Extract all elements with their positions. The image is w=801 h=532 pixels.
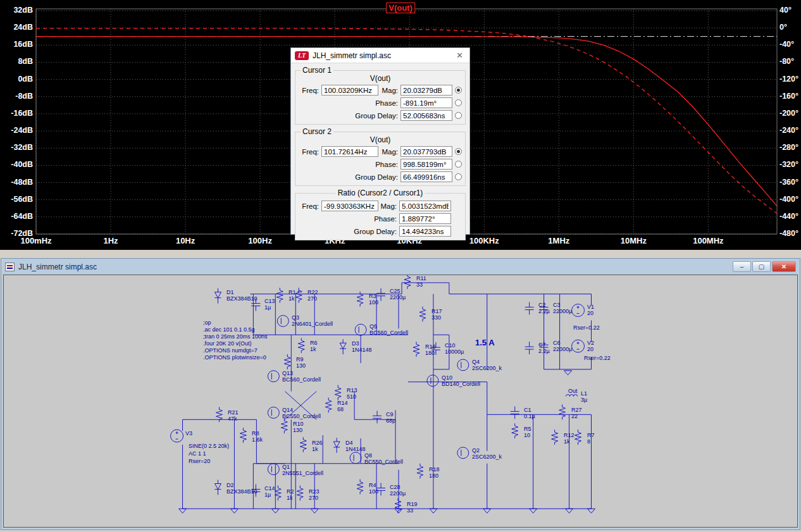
component-label[interactable]: R3 100: [369, 293, 378, 306]
schematic-annotation[interactable]: Rser=0.22: [573, 325, 600, 331]
component-label[interactable]: D1 BZX384B10: [227, 289, 258, 302]
maximize-button[interactable]: ▢: [752, 261, 771, 272]
component-label[interactable]: D2 BZX384B10: [227, 482, 258, 495]
component-label[interactable]: Q14 BC550_Cordell: [282, 407, 321, 419]
axis-tick-label: -16dB: [0, 109, 33, 118]
component-label[interactable]: R22 270: [307, 289, 318, 302]
component-label[interactable]: Q2 2SC6200_k: [472, 447, 502, 460]
schematic-annotation[interactable]: SINE(0 2.5 20k): [189, 443, 229, 449]
component-label[interactable]: R1 * 1k: [289, 289, 300, 302]
cursor2-group: Cursor 2 V(out) Freq: Mag: Phase:: [295, 132, 466, 186]
component-label[interactable]: L1 3µ: [581, 390, 587, 403]
cursor1-group_delay-radio[interactable]: [455, 112, 462, 119]
cursor2-mag-radio[interactable]: [455, 148, 462, 155]
spice-directives[interactable]: ;op.ac dec 101 0.1 0.5g;tran 0 25ms 20ms…: [203, 319, 268, 361]
component-label[interactable]: R26 1k: [312, 440, 323, 452]
component-label[interactable]: C6 22000µ: [553, 340, 572, 352]
cursor1-trace: V(out): [297, 74, 463, 83]
trace-label[interactable]: V(out): [386, 3, 415, 13]
component-label[interactable]: C13 1µ: [264, 298, 275, 311]
component-label[interactable]: R16 180: [425, 343, 436, 356]
ratio-freq-input[interactable]: [321, 201, 378, 211]
ratio-mag-input[interactable]: [399, 201, 451, 211]
schematic-annotation[interactable]: Out: [568, 388, 578, 394]
component-label[interactable]: D4 1N4148: [345, 440, 366, 452]
component-label[interactable]: R18 180: [429, 466, 440, 479]
axis-tick-label: -48dB: [0, 178, 33, 187]
spice-directive-line[interactable]: .OPTIONS plotwinsize=0: [203, 354, 268, 361]
component-label[interactable]: V1 20: [587, 304, 594, 316]
schematic-window-titlebar[interactable]: JLH_simmetr simpl.asc – ▢ ✕: [1, 259, 800, 275]
spice-directive-line[interactable]: .four 20K 20 v(Out): [203, 340, 268, 347]
schematic-annotation[interactable]: Rser=20: [189, 458, 210, 464]
component-label[interactable]: R13 510: [347, 387, 357, 400]
cursor2-phase-radio[interactable]: [455, 161, 462, 168]
component-label[interactable]: R21 47k: [228, 409, 239, 422]
component-label[interactable]: R17 330: [432, 308, 442, 321]
component-label[interactable]: R27 22: [571, 407, 582, 419]
component-label[interactable]: Q1 2N5551_Cordell: [282, 464, 323, 476]
axis-tick-label: -480°: [779, 229, 798, 238]
axis-tick-label: -32dB: [0, 143, 33, 152]
component-label[interactable]: Q13 BC560_Cordell: [282, 370, 321, 383]
component-label[interactable]: R2 1k: [287, 488, 294, 501]
component-label[interactable]: V2 20: [587, 340, 594, 352]
component-label[interactable]: Q4 2SC6200_k: [472, 359, 502, 371]
component-label[interactable]: R23 270: [309, 488, 320, 501]
component-label[interactable]: Q3 2N6401_Cordell: [292, 314, 333, 327]
cursor2-groupdelay-input[interactable]: [400, 171, 452, 182]
schematic-annotation[interactable]: 1.5 A: [475, 338, 495, 347]
waveform-pane[interactable]: 32dB24dB16dB8dB0dB-8dB-16dB-24dB-32dB-40…: [0, 0, 801, 250]
component-label[interactable]: V3: [185, 430, 192, 436]
component-label[interactable]: C7 2.2µ: [538, 342, 550, 354]
component-label[interactable]: D3 1N4148: [352, 340, 372, 353]
component-label[interactable]: R7 8: [587, 432, 595, 445]
component-label[interactable]: R19 33: [407, 501, 418, 514]
close-button[interactable]: ✕: [772, 261, 796, 272]
ratio-phase-input[interactable]: [399, 213, 451, 224]
spice-directive-line[interactable]: ;op: [203, 319, 268, 326]
cursor1-mag-input[interactable]: [400, 85, 452, 96]
ratio-groupdelay-input[interactable]: [399, 226, 451, 237]
cursor2-group_delay-radio[interactable]: [455, 173, 462, 180]
component-label[interactable]: C14 1µ: [264, 485, 275, 498]
component-label[interactable]: R10 130: [293, 421, 304, 433]
component-label[interactable]: R9 130: [296, 356, 306, 369]
schematic-canvas[interactable]: D1 BZX384B10C13 1µR1 * 1kR22 270R3 100C2…: [3, 275, 798, 528]
component-label[interactable]: Q10 BD140_Cordell: [442, 374, 480, 387]
component-label[interactable]: R14 68: [337, 400, 348, 412]
component-label[interactable]: R6 1k: [310, 340, 318, 352]
component-label[interactable]: C9 68p: [386, 411, 395, 424]
mag-label: Mag:: [382, 87, 400, 94]
component-label[interactable]: R8 1.6k: [252, 430, 263, 443]
component-label[interactable]: Q8 BC550_Cordell: [364, 452, 403, 465]
schematic-annotation[interactable]: Rser=0.22: [584, 355, 611, 361]
cursor2-freq-input[interactable]: [321, 146, 378, 157]
spice-directive-line[interactable]: ;tran 0 25ms 20ms 100ns: [203, 333, 268, 340]
component-label[interactable]: C3 22000µ: [553, 302, 572, 314]
component-label[interactable]: C2 2.2µ: [538, 302, 550, 314]
spice-directive-line[interactable]: .ac dec 101 0.1 0.5g: [203, 326, 268, 333]
cursor1-phase-input[interactable]: [400, 97, 452, 108]
close-icon[interactable]: ✕: [454, 51, 466, 60]
cursor1-phase-radio[interactable]: [455, 99, 462, 106]
component-label[interactable]: C10 10000µ: [445, 342, 464, 355]
cursor2-mag-input[interactable]: [400, 146, 452, 157]
spice-directive-line[interactable]: .OPTIONS numdgt=7: [203, 347, 268, 354]
component-label[interactable]: R11 33: [416, 275, 426, 288]
component-label[interactable]: R12 1k: [564, 432, 574, 445]
cursor-dialog-titlebar[interactable]: LT JLH_simmetr simpl.asc ✕: [291, 48, 469, 63]
cursor1-groupdelay-input[interactable]: [400, 110, 452, 121]
schematic-annotation[interactable]: AC 1 1: [189, 450, 206, 457]
cursor1-mag-radio[interactable]: [455, 87, 462, 94]
component-label[interactable]: R5 10: [524, 426, 531, 438]
minimize-button[interactable]: –: [733, 261, 751, 272]
component-label[interactable]: R4 100: [369, 482, 378, 495]
component-label[interactable]: Q5 BC560_Cordell: [369, 323, 408, 336]
cursor2-phase-input[interactable]: [400, 159, 452, 170]
component-label[interactable]: C28 2200µ: [390, 484, 406, 497]
component-label[interactable]: C1 0.1µ: [524, 407, 535, 419]
component-label[interactable]: C25 2200µ: [390, 288, 406, 300]
cursor1-freq-input[interactable]: [321, 85, 378, 96]
cursor-dialog[interactable]: LT JLH_simmetr simpl.asc ✕ Cursor 1 V(ou…: [290, 47, 470, 235]
